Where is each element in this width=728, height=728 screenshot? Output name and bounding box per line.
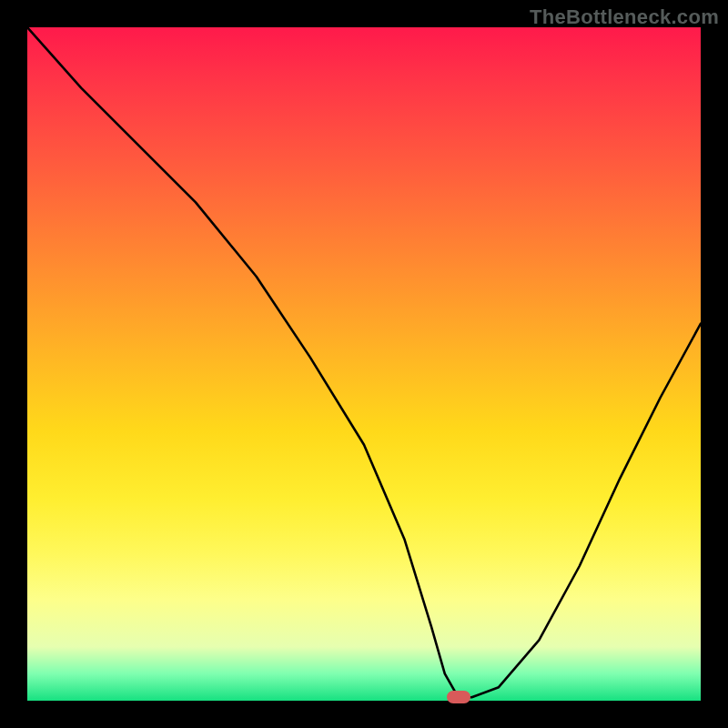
attribution-label: TheBottleneck.com [530, 5, 719, 29]
bottleneck-curve [27, 27, 701, 697]
plot-area [27, 27, 701, 701]
chart-frame: TheBottleneck.com [0, 0, 728, 728]
curve-svg [27, 27, 701, 701]
optimum-marker [447, 691, 470, 703]
